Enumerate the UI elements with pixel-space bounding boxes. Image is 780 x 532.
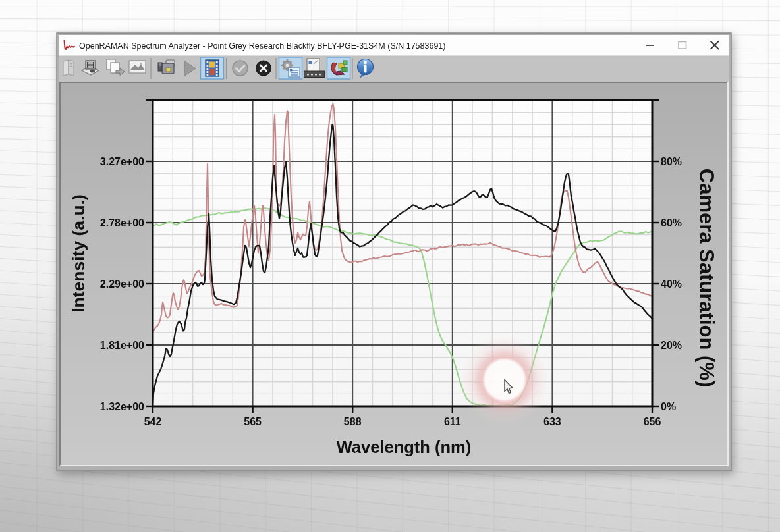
svg-text:2.29e+00: 2.29e+00	[100, 279, 144, 290]
svg-text:Camera Saturation (%): Camera Saturation (%)	[695, 169, 718, 387]
svg-text:588: 588	[344, 416, 362, 427]
svg-text:3.27e+00: 3.27e+00	[100, 156, 144, 167]
svg-text:80%: 80%	[661, 156, 682, 167]
svg-text:60%: 60%	[661, 217, 682, 228]
svg-text:1.81e+00: 1.81e+00	[100, 340, 144, 351]
svg-text:2.78e+00: 2.78e+00	[100, 217, 144, 228]
svg-text:633: 633	[543, 416, 561, 427]
svg-text:Intensity (a.u.): Intensity (a.u.)	[69, 194, 88, 313]
svg-text:1.32e+00: 1.32e+00	[100, 401, 144, 412]
svg-text:Wavelength (nm): Wavelength (nm)	[337, 438, 471, 456]
svg-text:656: 656	[644, 416, 661, 427]
svg-text:40%: 40%	[661, 279, 682, 290]
svg-text:565: 565	[244, 416, 262, 427]
svg-text:542: 542	[144, 416, 162, 427]
svg-text:611: 611	[444, 416, 461, 427]
svg-text:20%: 20%	[661, 340, 682, 351]
svg-text:OpenRAMAN Spectrum Analyzer -: OpenRAMAN Spectrum Analyzer - Point Grey…	[79, 41, 445, 51]
svg-text:0%: 0%	[661, 401, 676, 412]
